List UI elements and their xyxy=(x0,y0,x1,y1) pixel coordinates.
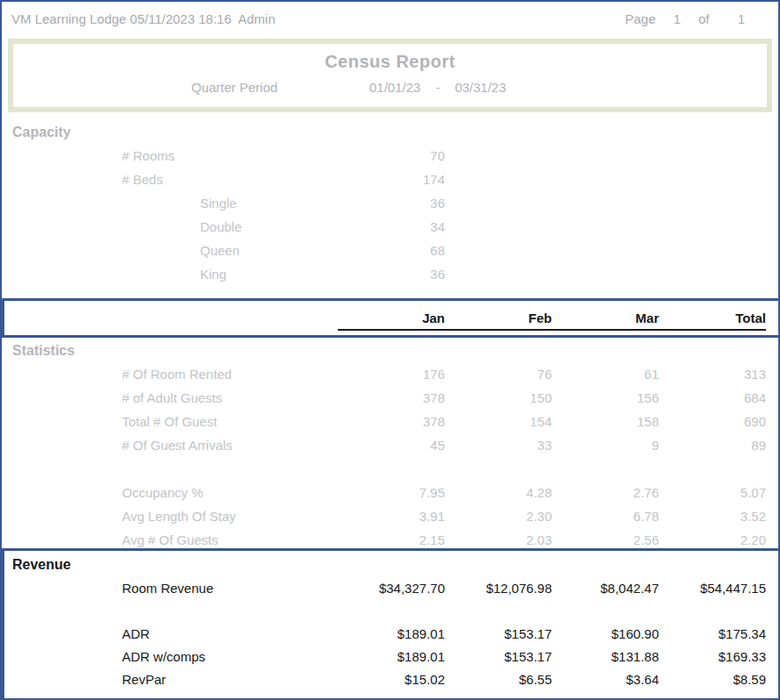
capacity-row: Single36 xyxy=(2,191,778,215)
row-value-total: 5.07 xyxy=(659,485,766,500)
row-value-jan: 378 xyxy=(338,414,445,429)
row-label: # Of Guest Arrivals xyxy=(2,438,338,453)
row-label: Occupancy % xyxy=(2,485,338,500)
row-value-jan: $15.02 xyxy=(338,672,445,687)
statistics-row: Avg # Of Guests2.152.032.562.20 xyxy=(2,528,778,552)
statistics-row: Total # Of Guest378154158690 xyxy=(2,410,778,433)
row-value-feb: $12,076.98 xyxy=(445,581,552,596)
row-value-feb: $6.55 xyxy=(445,672,552,687)
capacity-heading: Capacity xyxy=(2,121,778,144)
revenue-row: Room Revenue$34,327.70$12,076.98$8,042.4… xyxy=(2,576,778,599)
of-label: of xyxy=(698,11,710,26)
column-header-mar: Mar xyxy=(552,311,659,331)
column-header-total: Total xyxy=(659,311,766,331)
revenue-rows: Room Revenue$34,327.70$12,076.98$8,042.4… xyxy=(2,576,778,690)
revenue-row: ADR w/comps$189.01$153.17$131.88$169.33 xyxy=(2,645,778,668)
revenue-section: Revenue Room Revenue$34,327.70$12,076.98… xyxy=(2,552,778,690)
period-separator: - xyxy=(435,80,440,95)
statistics-row: # Of Guest Arrivals4533989 xyxy=(2,433,778,457)
page-label: Page xyxy=(625,11,655,26)
row-value-mar: 9 xyxy=(552,438,659,453)
row-value-feb: 150 xyxy=(445,390,552,405)
row-value-total: 2.20 xyxy=(659,532,766,547)
capacity-row: King36 xyxy=(2,262,778,286)
row-label: Avg Length Of Stay xyxy=(2,509,338,524)
column-header-feb: Feb xyxy=(445,311,552,331)
column-header-jan: Jan xyxy=(338,311,445,331)
row-label: # Of Room Rented xyxy=(2,367,338,382)
row-value-feb: 76 xyxy=(445,367,552,382)
page-number: 1 xyxy=(673,11,680,26)
statistics-heading: Statistics xyxy=(2,339,778,362)
statistics-row: Avg Length Of Stay3.912.306.783.52 xyxy=(2,504,778,528)
revenue-heading: Revenue xyxy=(2,554,778,576)
row-value-mar: 2.76 xyxy=(552,485,659,500)
row-value-total: 89 xyxy=(659,438,766,453)
row-value-total: $8.59 xyxy=(659,672,766,687)
row-value-mar: $3.64 xyxy=(552,672,659,687)
page-indicator: Page 1 of 1 xyxy=(625,11,745,26)
row-label: Double xyxy=(2,219,338,234)
row-value-total: 690 xyxy=(659,414,766,429)
row-value-mar: $8,042.47 xyxy=(552,581,659,596)
row-value-jan: 70 xyxy=(338,148,445,163)
row-value-jan: $189.01 xyxy=(338,626,445,641)
row-value-total: $54,447.15 xyxy=(659,581,766,596)
row-value-feb: 2.30 xyxy=(445,509,552,524)
row-value-jan: 174 xyxy=(338,172,445,187)
row-label: RevPar xyxy=(2,672,338,687)
period-start-date: 01/01/23 xyxy=(369,80,420,95)
period-end-date: 03/31/23 xyxy=(454,80,505,95)
row-value-mar: $131.88 xyxy=(552,649,659,664)
report-header-text: VM Learning Lodge 05/11/2023 18:16 Admin xyxy=(11,11,276,26)
row-label: Queen xyxy=(2,243,338,258)
row-value-jan: 45 xyxy=(338,438,445,453)
capacity-row: Double34 xyxy=(2,215,778,239)
row-value-mar: 2.56 xyxy=(552,532,659,547)
row-value-jan: $189.01 xyxy=(338,649,445,664)
row-value-feb: $153.17 xyxy=(445,649,552,664)
title-box: Census Report Quarter Period 01/01/23 - … xyxy=(8,39,772,112)
row-value-total: 3.52 xyxy=(659,509,766,524)
column-header-row: JanFebMarTotal xyxy=(2,298,778,336)
row-value-jan: 378 xyxy=(338,390,445,405)
row-label: King xyxy=(2,267,338,282)
report-header-bar: VM Learning Lodge 05/11/2023 18:16 Admin… xyxy=(2,2,778,35)
row-value-jan: $34,327.70 xyxy=(338,581,445,596)
row-label: Single xyxy=(2,196,338,211)
statistics-section: Statistics # Of Room Rented1767661313# o… xyxy=(2,339,778,552)
row-value-feb: $153.17 xyxy=(445,626,552,641)
row-value-jan: 68 xyxy=(338,243,445,258)
row-value-mar: 158 xyxy=(552,414,659,429)
row-value-total: $169.33 xyxy=(659,649,766,664)
period-row: Quarter Period 01/01/23 - 03/31/23 xyxy=(13,80,767,99)
row-value-feb: 2.03 xyxy=(445,532,552,547)
row-label: Room Revenue xyxy=(2,581,338,596)
row-label: # of Adult Guests xyxy=(2,390,338,405)
revenue-row: ADR$189.01$153.17$160.90$175.34 xyxy=(2,622,778,645)
statistics-row: # Of Room Rented1767661313 xyxy=(2,362,778,386)
row-label: Total # Of Guest xyxy=(2,414,338,429)
row-value-jan: 7.95 xyxy=(338,485,445,500)
row-label: ADR xyxy=(2,626,338,641)
row-value-feb: 4.28 xyxy=(445,485,552,500)
capacity-row: # Beds174 xyxy=(2,168,778,191)
page-total: 1 xyxy=(738,11,745,26)
row-label: # Beds xyxy=(2,172,338,187)
period-label: Quarter Period xyxy=(191,80,277,95)
row-value-total: 684 xyxy=(659,390,766,405)
row-label: ADR w/comps xyxy=(2,649,338,664)
row-value-mar: 61 xyxy=(552,367,659,382)
row-value-feb: 154 xyxy=(445,414,552,429)
row-value-total: $175.34 xyxy=(659,626,766,641)
row-value-total: 313 xyxy=(659,367,766,382)
capacity-section: Capacity # Rooms70# Beds174Single36Doubl… xyxy=(2,121,778,286)
report-title: Census Report xyxy=(13,52,767,72)
statistics-rows: # Of Room Rented1767661313# of Adult Gue… xyxy=(2,362,778,552)
row-label: # Rooms xyxy=(2,148,338,163)
revenue-row: RevPar$15.02$6.55$3.64$8.59 xyxy=(2,668,778,690)
row-value-mar: $160.90 xyxy=(552,626,659,641)
period-dates: 01/01/23 - 03/31/23 xyxy=(369,80,506,95)
row-value-jan: 34 xyxy=(338,219,445,234)
capacity-row: # Rooms70 xyxy=(2,144,778,168)
